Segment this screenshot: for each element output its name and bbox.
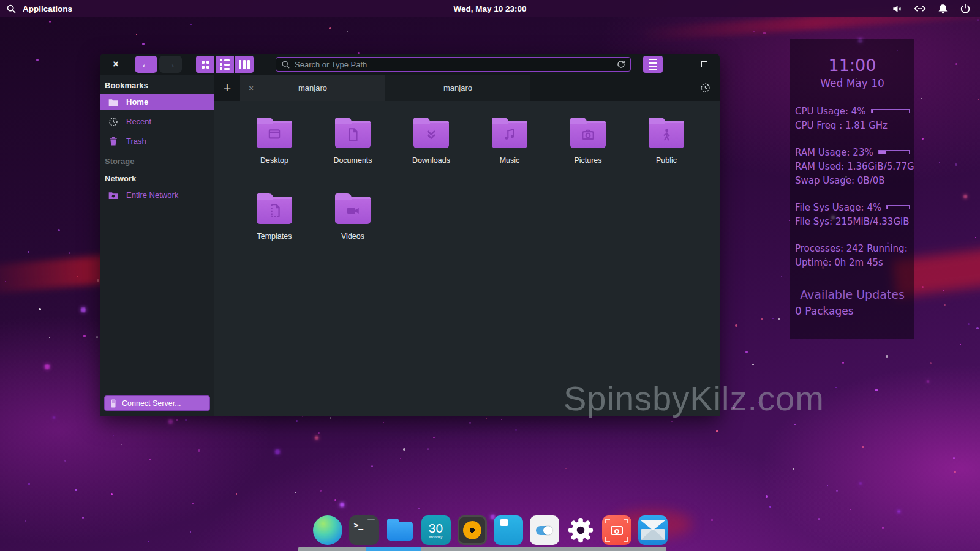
folder-label: Desktop bbox=[260, 156, 288, 165]
folder-public[interactable]: Public bbox=[627, 114, 706, 190]
column-view-button[interactable] bbox=[235, 56, 254, 73]
netfolder-icon bbox=[108, 190, 118, 200]
sidebar-item-label: Recent bbox=[126, 117, 151, 126]
conky-line: Processes: 242 Running: bbox=[795, 241, 910, 255]
notifications-icon[interactable] bbox=[937, 2, 949, 15]
conky-line: RAM Used: 1.36GiB/5.77Gi bbox=[795, 159, 910, 173]
tab-bar: + ×manjaromanjaro bbox=[214, 75, 720, 101]
conky-progress-bar bbox=[871, 109, 910, 113]
conky-widget: 11:00Wed May 10CPU Usage: 4%CPU Freq : 1… bbox=[790, 39, 914, 339]
conky-spacer bbox=[795, 269, 910, 282]
sidebar-item-home[interactable]: Home bbox=[100, 94, 214, 110]
conky-progress-bar bbox=[886, 205, 910, 209]
dock-background-bar bbox=[298, 547, 666, 551]
folder-downloads[interactable]: Downloads bbox=[392, 114, 470, 190]
folder-icon bbox=[257, 121, 292, 148]
dock-item-toggle[interactable] bbox=[530, 515, 559, 545]
folder-label: Documents bbox=[333, 156, 372, 165]
tab-manjaro[interactable]: ×manjaro bbox=[240, 75, 385, 101]
minimize-button[interactable]: – bbox=[677, 57, 688, 72]
camera-emblem-icon bbox=[570, 121, 606, 148]
volume-icon[interactable] bbox=[891, 2, 903, 15]
conky-spacer bbox=[795, 228, 910, 241]
folder-icon bbox=[257, 197, 292, 224]
folder-icon bbox=[413, 121, 449, 148]
search-input[interactable] bbox=[295, 60, 616, 69]
folder-documents[interactable]: Documents bbox=[314, 114, 392, 190]
sidebar-section-header: Storage bbox=[100, 152, 214, 170]
template-emblem-icon bbox=[257, 197, 292, 224]
conky-line: File Sys Usage: 4% bbox=[795, 200, 910, 214]
document-emblem-icon bbox=[335, 121, 371, 148]
folder-icon bbox=[649, 121, 684, 148]
conky-line: 0 Packages bbox=[795, 303, 910, 319]
server-icon bbox=[110, 399, 117, 408]
sidebar: BookmarksHomeRecentTrashStorageNetworkEn… bbox=[100, 75, 214, 416]
applications-menu[interactable]: Applications bbox=[0, 2, 72, 15]
folder-icon bbox=[335, 121, 371, 148]
icon-view-button[interactable] bbox=[196, 56, 214, 73]
conky-line: Wed May 10 bbox=[795, 75, 910, 91]
sidebar-section-header: Network bbox=[100, 170, 214, 187]
desktop: Applications Wed, May 10 23:00 × ← → bbox=[0, 0, 980, 551]
grid-icon bbox=[202, 61, 209, 69]
dock: >_30Monday bbox=[0, 515, 980, 545]
tab-manjaro[interactable]: manjaro bbox=[385, 75, 530, 101]
connect-server-button[interactable]: Connect Server... bbox=[104, 395, 210, 411]
sidebar-footer: Connect Server... bbox=[100, 391, 214, 416]
dock-item-files[interactable] bbox=[385, 515, 415, 545]
folder-icon bbox=[492, 121, 527, 148]
dock-item-browser[interactable] bbox=[313, 515, 342, 545]
dock-item-screenshot[interactable] bbox=[602, 515, 631, 545]
top-panel: Applications Wed, May 10 23:00 bbox=[0, 0, 980, 17]
sidebar-item-recent[interactable]: Recent bbox=[100, 113, 214, 130]
folder-pictures[interactable]: Pictures bbox=[549, 114, 627, 190]
recent-history-icon[interactable] bbox=[690, 75, 720, 101]
dock-item-mail[interactable] bbox=[638, 515, 668, 545]
applications-label: Applications bbox=[23, 4, 72, 13]
video-emblem-icon bbox=[335, 197, 371, 224]
refresh-icon[interactable] bbox=[616, 59, 626, 69]
dock-item-calendar[interactable]: 30Monday bbox=[421, 515, 451, 545]
tab-close-icon[interactable]: × bbox=[249, 83, 254, 93]
back-button[interactable]: ← bbox=[135, 56, 157, 73]
tab-label: manjaro bbox=[385, 83, 530, 92]
network-icon[interactable] bbox=[914, 2, 926, 15]
close-window-button[interactable]: × bbox=[108, 57, 123, 72]
conky-line: RAM Usage: 23% bbox=[795, 145, 910, 159]
main-menu-button[interactable] bbox=[643, 56, 663, 73]
sidebar-item-trash[interactable]: Trash bbox=[100, 133, 214, 149]
power-icon[interactable] bbox=[959, 2, 971, 15]
folder-templates[interactable]: Templates bbox=[235, 190, 314, 266]
forward-button[interactable]: → bbox=[159, 56, 182, 73]
list-view-button[interactable] bbox=[216, 56, 234, 73]
conky-line: 11:00 bbox=[795, 54, 910, 75]
dock-item-soft[interactable] bbox=[494, 515, 523, 545]
folder-icon bbox=[335, 197, 371, 224]
folder-music[interactable]: Music bbox=[470, 114, 549, 190]
folder-icon bbox=[570, 121, 606, 148]
maximize-button[interactable] bbox=[699, 57, 710, 72]
tab-label: manjaro bbox=[240, 83, 385, 92]
dock-item-gear[interactable] bbox=[566, 515, 595, 545]
conky-line: Uptime: 0h 2m 45s bbox=[795, 255, 910, 269]
dock-item-speaker[interactable] bbox=[458, 515, 487, 545]
panel-clock[interactable]: Wed, May 10 23:00 bbox=[0, 4, 980, 13]
folder-videos[interactable]: Videos bbox=[314, 190, 392, 266]
conky-spacer bbox=[795, 132, 910, 145]
folder-desktop[interactable]: Desktop bbox=[235, 114, 314, 190]
new-tab-button[interactable]: + bbox=[214, 75, 240, 101]
sidebar-item-entire-network[interactable]: Entire Network bbox=[100, 187, 214, 203]
folder-label: Music bbox=[500, 156, 520, 165]
file-manager-window: × ← → – BookmarksHom bbox=[100, 54, 720, 416]
file-grid: DesktopDocumentsDownloadsMusicPicturesPu… bbox=[214, 101, 720, 416]
folder-label: Public bbox=[656, 156, 677, 165]
path-search-bar[interactable] bbox=[276, 57, 631, 72]
tabs: ×manjaromanjaro bbox=[240, 75, 530, 101]
sidebar-item-label: Entire Network bbox=[126, 190, 178, 200]
dock-item-terminal[interactable]: >_ bbox=[349, 515, 379, 545]
folder-label: Templates bbox=[257, 232, 292, 241]
folder-label: Videos bbox=[341, 232, 364, 241]
person-emblem-icon bbox=[649, 121, 684, 148]
conky-line: Swap Usage: 0B/0B bbox=[795, 173, 910, 187]
